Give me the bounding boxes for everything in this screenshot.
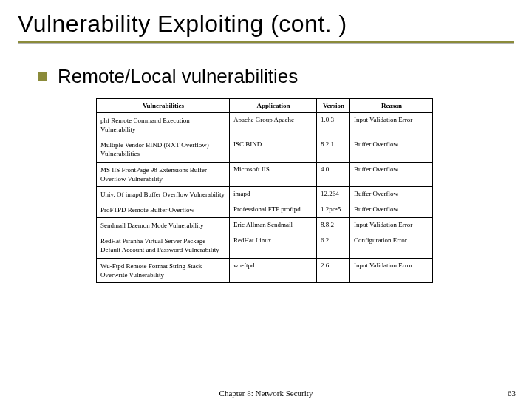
cell-app: Professional FTP proftpd xyxy=(230,202,317,217)
cell-app: imapd xyxy=(230,186,317,202)
slide: Vulnerability Exploiting (cont. ) Remote… xyxy=(0,0,532,283)
table-row: Multiple Vendor BIND (NXT Overflow) Vuln… xyxy=(97,137,433,162)
header-reason: Reason xyxy=(350,99,433,113)
square-bullet-icon xyxy=(38,72,47,81)
cell-app: Apache Group Apache xyxy=(230,113,317,137)
cell-rea: Input Validation Error xyxy=(350,218,433,233)
cell-rea: Buffer Overflow xyxy=(350,186,433,202)
cell-app: RedHat Linux xyxy=(230,233,317,258)
cell-rea: Configuration Error xyxy=(350,233,433,258)
cell-app: ISC BIND xyxy=(230,137,317,162)
table-row: RedHat Piranha Virtual Server Package De… xyxy=(97,233,433,258)
cell-vuln: MS IIS FrontPage 98 Extensions Buffer Ov… xyxy=(97,162,230,186)
cell-ver: 6.2 xyxy=(317,233,350,258)
cell-ver: 1.2pre5 xyxy=(317,202,350,217)
cell-ver: 1.0.3 xyxy=(317,113,350,137)
cell-ver: 12.264 xyxy=(317,186,350,202)
cell-vuln: Univ. Of imapd Buffer Overflow Vulnerabi… xyxy=(97,186,230,202)
cell-app: Microsoft IIS xyxy=(230,162,317,186)
table-wrap: Vulnerabilities Application Version Reas… xyxy=(96,98,514,283)
content-area: Remote/Local vulnerabilities Vulnerabili… xyxy=(18,65,514,283)
table-row: phf Remote Command Execution Vulnerabili… xyxy=(97,113,433,137)
table-row: Sendmail Daemon Mode Vulnerability Eric … xyxy=(97,218,433,233)
cell-vuln: Sendmail Daemon Mode Vulnerability xyxy=(97,218,230,233)
title-underline xyxy=(18,41,514,44)
vulnerabilities-table: Vulnerabilities Application Version Reas… xyxy=(96,98,433,283)
cell-rea: Input Validation Error xyxy=(350,258,433,282)
footer-page-number: 63 xyxy=(508,389,516,398)
cell-vuln: RedHat Piranha Virtual Server Package De… xyxy=(97,233,230,258)
cell-ver: 2.6 xyxy=(317,258,350,282)
table-row: MS IIS FrontPage 98 Extensions Buffer Ov… xyxy=(97,162,433,186)
cell-ver: 8.8.2 xyxy=(317,218,350,233)
cell-ver: 8.2.1 xyxy=(317,137,350,162)
cell-rea: Buffer Overflow xyxy=(350,202,433,217)
cell-rea: Buffer Overflow xyxy=(350,162,433,186)
cell-vuln: phf Remote Command Execution Vulnerabili… xyxy=(97,113,230,137)
cell-app: Eric Allman Sendmail xyxy=(230,218,317,233)
cell-rea: Input Validation Error xyxy=(350,113,433,137)
header-application: Application xyxy=(230,99,317,113)
footer-chapter: Chapter 8: Network Security xyxy=(219,389,313,398)
slide-title: Vulnerability Exploiting (cont. ) xyxy=(18,10,514,38)
table-header-row: Vulnerabilities Application Version Reas… xyxy=(97,99,433,113)
cell-vuln: ProFTPD Remote Buffer Overflow xyxy=(97,202,230,217)
cell-app: wu-ftpd xyxy=(230,258,317,282)
bullet-text: Remote/Local vulnerabilities xyxy=(58,65,298,88)
cell-vuln: Multiple Vendor BIND (NXT Overflow) Vuln… xyxy=(97,137,230,162)
table-row: ProFTPD Remote Buffer Overflow Professio… xyxy=(97,202,433,217)
cell-ver: 4.0 xyxy=(317,162,350,186)
header-vulnerabilities: Vulnerabilities xyxy=(97,99,230,113)
header-version: Version xyxy=(317,99,350,113)
cell-vuln: Wu-Ftpd Remote Format String Stack Overw… xyxy=(97,258,230,282)
cell-rea: Buffer Overflow xyxy=(350,137,433,162)
table-row: Univ. Of imapd Buffer Overflow Vulnerabi… xyxy=(97,186,433,202)
table-row: Wu-Ftpd Remote Format String Stack Overw… xyxy=(97,258,433,282)
bullet-row: Remote/Local vulnerabilities xyxy=(38,65,514,88)
